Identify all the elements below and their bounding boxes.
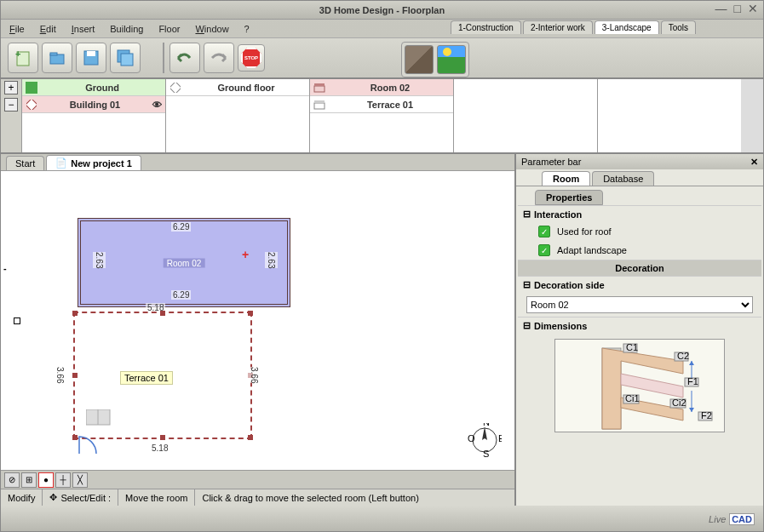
hier-room02[interactable]: Room 02 (310, 79, 453, 96)
tool-grid[interactable]: ⊞ (21, 472, 37, 488)
terrace-icon (313, 99, 325, 111)
menu-floor[interactable]: Floor (158, 24, 180, 34)
undo-button[interactable] (169, 43, 200, 73)
menu-building[interactable]: Building (110, 24, 143, 34)
svg-text:Ci2: Ci2 (672, 398, 686, 408)
checkbox-checked-icon: ✓ (538, 244, 550, 256)
maximize-icon[interactable]: □ (734, 3, 741, 14)
furniture-icon (86, 409, 112, 426)
checkbox-checked-icon: ✓ (538, 226, 550, 237)
tool-point[interactable]: ● (38, 472, 54, 488)
roof-tool-button[interactable] (405, 45, 434, 74)
param-titlebar: Parameter bar ✕ (516, 154, 763, 169)
app-window: 3D Home Design - Floorplan ― □ ✕ File Ed… (0, 0, 764, 532)
tool-cancel[interactable]: ⊘ (4, 472, 20, 488)
diamond-icon (26, 99, 37, 111)
param-tab-database[interactable]: Database (592, 171, 654, 186)
minimize-icon[interactable]: ― (715, 3, 727, 14)
hier-building[interactable]: Building 01 👁 (22, 96, 165, 113)
ground-icon (26, 82, 37, 94)
door-arc-icon (78, 435, 103, 456)
tab-start[interactable]: Start (6, 156, 44, 170)
svg-rect-7 (121, 54, 133, 66)
status-move: Move the room (118, 489, 195, 506)
svg-rect-11 (314, 86, 325, 92)
svg-rect-10 (170, 83, 181, 93)
collapse-icon: ⊟ (523, 279, 531, 290)
floorplan-canvas[interactable]: Room 02 + 6.29 6.29 2.63 2.63 5.18 (1, 171, 514, 470)
tab-tools[interactable]: Tools (661, 20, 696, 34)
expand-button[interactable]: + (4, 81, 18, 94)
section-interaction[interactable]: ⊟Interaction (518, 205, 761, 222)
menu-insert[interactable]: Insert (72, 24, 95, 34)
tool-snap2[interactable]: ╳ (72, 472, 88, 488)
svg-text:O: O (468, 433, 475, 443)
dim-366l: 3.66 (54, 367, 66, 383)
diamond-icon (169, 82, 181, 94)
svg-rect-8 (26, 82, 37, 94)
check-used-for-roof[interactable]: ✓ Used for roof (518, 222, 761, 241)
tab-project[interactable]: 📄 New project 1 (46, 155, 141, 170)
menu-file[interactable]: File (9, 24, 25, 34)
collapse-button[interactable]: − (4, 98, 18, 112)
dim-right: 2.63 (265, 252, 278, 268)
dim-366r: 3.66 (248, 367, 261, 383)
param-tab-room[interactable]: Room (542, 171, 590, 186)
save-all-button[interactable] (110, 43, 141, 73)
hier-terrace[interactable]: Terrace 01 (310, 96, 453, 113)
svg-rect-13 (314, 103, 325, 109)
svg-rect-2 (50, 54, 64, 64)
svg-text:N: N (483, 423, 490, 427)
svg-marker-42 (689, 408, 694, 412)
tool-snap1[interactable]: ┼ (55, 472, 71, 488)
landscape-tool-group (401, 42, 469, 77)
tab-landscape[interactable]: 3-Landscape (595, 20, 659, 34)
hierarchy-bar: + − Ground Building 01 👁 Ground floor (1, 79, 763, 154)
visibility-icon[interactable]: 👁 (152, 100, 162, 110)
anchor-icon: + (242, 248, 249, 261)
svg-text:+: + (15, 49, 20, 59)
dim-top: 6.29 (171, 222, 191, 232)
svg-rect-3 (50, 53, 57, 55)
collapse-icon: ⊟ (523, 320, 531, 331)
svg-text:Ci1: Ci1 (625, 393, 640, 403)
hier-ground[interactable]: Ground (22, 79, 165, 96)
menu-help[interactable]: ? (244, 24, 250, 34)
new-project-button[interactable]: + (8, 43, 38, 73)
svg-rect-12 (314, 83, 325, 86)
landscape-tool-button[interactable] (437, 45, 466, 74)
param-close-button[interactable]: ✕ (750, 157, 758, 168)
canvas-tabs: Start 📄 New project 1 (1, 154, 514, 171)
section-dimensions[interactable]: ⊟Dimensions (518, 317, 761, 334)
svg-text:F1: F1 (687, 376, 698, 386)
toolbar: + STOP (1, 38, 763, 79)
tab-construction[interactable]: 1-Construction (451, 20, 521, 34)
project-icon: 📄 (55, 157, 67, 169)
parameter-panel: Parameter bar ✕ Room Database Properties… (514, 154, 763, 506)
svg-text:C2: C2 (677, 351, 689, 361)
window-title: 3D Home Design - Floorplan (319, 5, 445, 15)
compass-icon: NSEO (468, 423, 502, 457)
brand-logo: Live CAD (709, 512, 755, 525)
svg-rect-14 (314, 100, 325, 103)
redo-button[interactable] (204, 43, 234, 73)
tab-interior[interactable]: 2-Interior work (523, 20, 593, 34)
stop-button[interactable]: STOP (238, 44, 265, 72)
hier-groundfloor[interactable]: Ground floor (166, 79, 309, 96)
status-bar: Modify ✥Select/Edit : Move the room Clic… (1, 489, 514, 506)
svg-rect-9 (26, 100, 37, 110)
param-tab-properties[interactable]: Properties (535, 190, 603, 205)
svg-text:C1: C1 (626, 342, 638, 352)
section-decoration[interactable]: -Decoration (518, 260, 761, 276)
menu-window[interactable]: Window (195, 24, 228, 34)
dimensions-diagram: C1 C2 F1 F2 Ci1 Ci2 (554, 339, 725, 432)
menu-edit[interactable]: Edit (40, 24, 56, 34)
section-decoration-side[interactable]: ⊟Decoration side (518, 276, 761, 293)
decoration-side-select[interactable]: Room 02 (526, 296, 753, 313)
save-button[interactable] (76, 43, 106, 73)
check-adapt-landscape[interactable]: ✓ Adapt landscape (518, 241, 761, 260)
open-button[interactable] (42, 43, 72, 73)
bottom-tool-strip: ⊘ ⊞ ● ┼ ╳ (1, 470, 514, 489)
menubar: File Edit Insert Building Floor Window ?… (1, 20, 763, 38)
close-icon[interactable]: ✕ (748, 3, 758, 14)
